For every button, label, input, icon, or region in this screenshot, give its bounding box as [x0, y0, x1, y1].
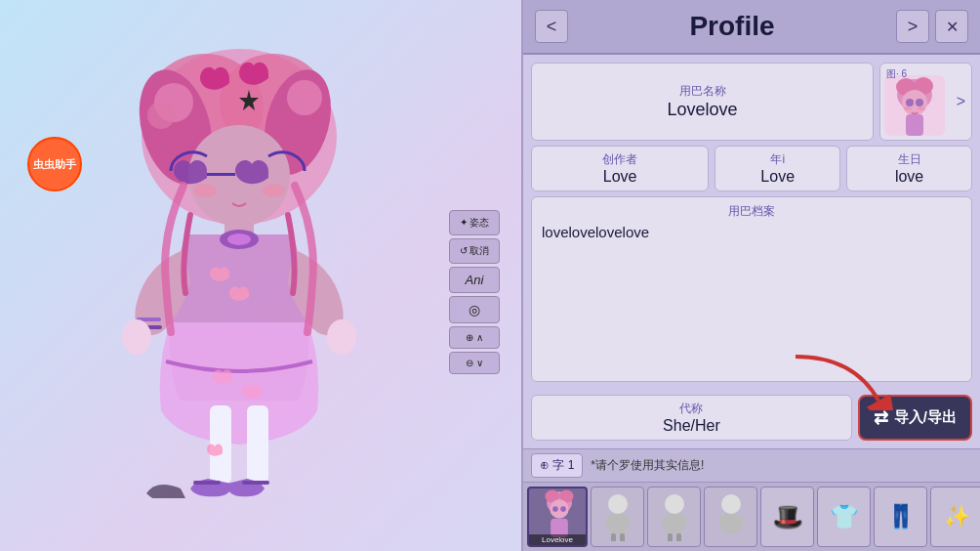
svg-rect-49	[663, 516, 669, 530]
svg-point-47	[665, 494, 684, 514]
row-username-avatar: 用巴名称 Lovelove 图· 6	[531, 63, 972, 141]
svg-point-27	[902, 90, 927, 115]
svg-rect-7	[207, 173, 235, 176]
pronouns-label: 代称	[679, 401, 703, 417]
profile-panel: < Profile > ✕ 用巴名称 Lovelove 图· 6	[521, 0, 980, 551]
svg-rect-19	[193, 481, 221, 485]
svg-point-30	[904, 106, 912, 110]
import-export-label: 导入/导出	[894, 408, 957, 427]
cancel-button[interactable]: ↺ 取消	[449, 238, 500, 264]
panel-header: < Profile > ✕	[523, 0, 980, 55]
avatar-item-2[interactable]	[647, 487, 701, 547]
toolbar: ✦ 姿态 ↺ 取消 Ani ◎ ⊕ ∧ ⊖ ∨	[449, 210, 500, 374]
birthday-label: 生日	[898, 151, 921, 168]
avatar-block: 图· 6	[879, 63, 972, 141]
avatar-item-shirt[interactable]: 👕	[817, 487, 871, 547]
bio-block: 用巴档案 lovelovelovelove	[531, 196, 972, 382]
svg-point-22	[147, 102, 175, 129]
username-value: Lovelove	[667, 100, 737, 120]
pose-button[interactable]: ✦ 姿态	[449, 210, 500, 235]
svg-point-8	[193, 184, 217, 197]
svg-point-23	[287, 80, 322, 115]
zoom-down-button[interactable]: ⊖ ∨	[449, 352, 500, 374]
avatar-item-3[interactable]	[704, 487, 757, 547]
pronouns-value: She/Her	[663, 417, 720, 435]
avatar-item-pants[interactable]: 👖	[874, 487, 927, 547]
bio-text: lovelovelovelove	[542, 224, 961, 240]
svg-rect-18	[247, 405, 268, 484]
svg-point-15	[122, 319, 151, 355]
svg-rect-46	[620, 533, 625, 541]
creator-value: Love	[603, 168, 637, 186]
profile-title: Profile	[568, 11, 896, 42]
svg-rect-50	[680, 516, 686, 530]
svg-point-31	[918, 106, 925, 110]
character-sprite	[78, 29, 400, 498]
svg-point-28	[906, 99, 914, 106]
eye-button[interactable]: ◎	[449, 296, 500, 323]
avatar-preview	[884, 75, 945, 136]
nav-right-button[interactable]: >	[896, 10, 929, 43]
svg-rect-54	[723, 514, 739, 533]
svg-point-29	[916, 99, 923, 106]
age-label: 年i	[770, 151, 785, 168]
wuchong-badge: 虫虫 助手	[27, 137, 82, 191]
svg-point-38	[552, 506, 558, 512]
svg-rect-17	[210, 405, 231, 484]
ani-button[interactable]: Ani	[449, 267, 500, 293]
avatar-number: 6	[902, 68, 908, 79]
avatar-nav-right[interactable]: >	[955, 91, 967, 112]
svg-point-39	[560, 506, 566, 512]
bio-label: 用巴档案	[542, 203, 961, 220]
svg-rect-45	[611, 533, 616, 541]
username-label: 用巴名称	[679, 83, 726, 100]
birthday-value: love	[895, 168, 923, 186]
close-button[interactable]: ✕	[935, 10, 968, 43]
nav-left-button[interactable]: <	[535, 10, 568, 43]
import-export-button[interactable]: ⇄ 导入/导出	[858, 395, 972, 441]
pronouns-block: 代称 She/Her	[531, 395, 852, 441]
svg-rect-51	[668, 533, 673, 541]
panel-content: 用巴名称 Lovelove 图· 6	[523, 55, 980, 448]
bottom-bar: ⊕ 字 1 *请个罗使用其实信息!	[523, 448, 980, 482]
zoom-up-button[interactable]: ⊕ ∧	[449, 326, 500, 349]
svg-rect-56	[737, 516, 743, 530]
svg-rect-52	[676, 533, 681, 541]
svg-rect-42	[610, 514, 626, 533]
avatar-row: Lovelove	[523, 482, 980, 551]
svg-point-53	[721, 494, 741, 514]
avatar-item-0[interactable]: Lovelove	[527, 487, 588, 547]
avatar-label-0: Lovelove	[529, 534, 586, 545]
row-pronouns: 代称 She/Her ⇄ 导入/导出	[531, 395, 972, 441]
username-block: 用巴名称 Lovelove	[531, 63, 874, 141]
age-block: 年i Love	[715, 146, 840, 191]
svg-rect-44	[624, 516, 630, 530]
creator-block: 创作者 Love	[531, 146, 709, 191]
avatar-item-hat[interactable]: 🎩	[760, 487, 814, 547]
language-button[interactable]: ⊕ 字 1	[531, 453, 583, 478]
svg-point-16	[327, 319, 356, 355]
svg-rect-32	[906, 114, 923, 136]
svg-point-41	[608, 494, 628, 514]
creator-label: 创作者	[602, 151, 637, 168]
svg-rect-43	[606, 516, 612, 530]
character-area	[0, 0, 498, 498]
row-creator: 创作者 Love 年i Love 生日 love	[531, 146, 972, 191]
import-export-icon: ⇄	[874, 407, 888, 429]
svg-rect-48	[667, 514, 682, 533]
avatar-item-1[interactable]	[591, 487, 644, 547]
svg-point-12	[227, 233, 251, 245]
birthday-block: 生日 love	[846, 146, 972, 191]
warning-text: *请个罗使用其实信息!	[591, 457, 972, 474]
avatar-label: 图·	[886, 68, 899, 79]
svg-point-9	[262, 184, 285, 197]
avatar-item-sparkle[interactable]: ✨	[930, 487, 980, 547]
svg-rect-20	[242, 481, 269, 485]
age-value: Love	[760, 168, 795, 186]
svg-rect-55	[719, 516, 725, 530]
